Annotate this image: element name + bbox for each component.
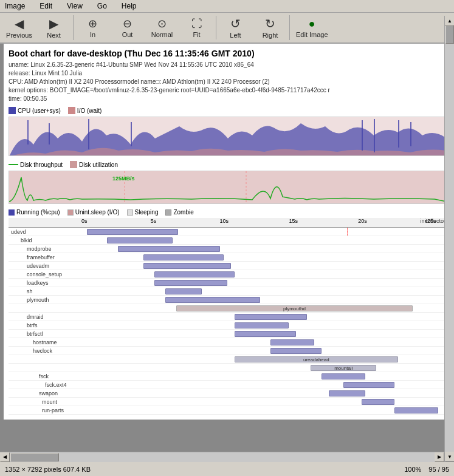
process-row: fsck.ext4 [9, 381, 445, 389]
ruler-spacer [9, 218, 81, 227]
process-name: sh [9, 288, 81, 294]
process-bar-area [81, 406, 445, 414]
proc-bar [235, 314, 308, 320]
svg-rect-4 [131, 122, 132, 146]
zoom-out-button[interactable]: ⊖ Out [111, 16, 144, 39]
process-bar-area [81, 321, 445, 329]
chart-title: Boot chart for dave-desktop (Thu Dec 16 … [9, 49, 445, 58]
process-name: fsck [9, 373, 81, 379]
process-row: fsck [9, 372, 445, 381]
boot-chart: Boot chart for dave-desktop (Thu Dec 16 … [4, 44, 450, 420]
disk-legend-label-0: Disk throughput [20, 162, 63, 168]
zoom-group: ⊕ In ⊖ Out ⊙ Normal ⛶ Fit [74, 16, 216, 39]
process-bar-area [81, 347, 445, 355]
svg-rect-2 [49, 123, 50, 144]
rotate-left-button[interactable]: ↺ Left [219, 15, 252, 40]
fit-button[interactable]: ⛶ Fit [180, 16, 213, 39]
next-button[interactable]: ▶ Next [37, 15, 71, 40]
process-name: plymouth [9, 297, 81, 303]
zoom-in-label: In [90, 31, 95, 38]
proc-bar [362, 399, 394, 405]
next-label: Next [47, 32, 61, 39]
process-row: plymouthd [9, 304, 445, 313]
svg-rect-8 [410, 122, 411, 146]
zoom-in-button[interactable]: ⊕ In [76, 16, 109, 39]
disk-legend-item-0: Disk throughput [9, 162, 63, 168]
plymouthd-bar: plymouthd [176, 305, 413, 311]
cpu-legend: CPU (user+sys) I/O (wait) [9, 107, 445, 114]
collector-label: collector [425, 218, 445, 224]
tick-0s: 0s [81, 218, 88, 224]
svg-rect-3 [88, 119, 89, 149]
process-row: hwclock [9, 347, 445, 355]
process-row: btrfs [9, 321, 445, 330]
menu-view[interactable]: View [64, 1, 85, 11]
scroll-down-btn[interactable]: ▼ [445, 452, 454, 461]
edit-image-icon: ● [309, 18, 315, 30]
process-legend-io: Unint.sleep (I/O) [67, 209, 120, 216]
svg-rect-7 [398, 120, 399, 148]
ureadahead-bar: ureadahead [235, 356, 399, 362]
rotate-right-button[interactable]: ↻ Right [253, 15, 287, 40]
process-row: framebuffer [9, 253, 445, 262]
meta-line-4: time: 00:50.35 [9, 95, 445, 103]
svg-text:125MB/s: 125MB/s [112, 175, 135, 182]
process-row: plymouth [9, 296, 445, 304]
menu-go[interactable]: Go [95, 1, 109, 11]
proc-bar [143, 254, 224, 260]
cpu-chart [9, 117, 445, 156]
process-bar-area [81, 330, 445, 338]
scroll-track[interactable] [445, 44, 454, 452]
edit-group: ● Edit Image [290, 16, 334, 39]
process-bar-area [81, 372, 445, 380]
process-bar-area [81, 287, 445, 295]
rotate-group: ↺ Left ↻ Right [216, 15, 290, 40]
process-bar-area [81, 279, 445, 287]
scroll-right-btn[interactable]: ▶ [435, 452, 444, 462]
zoom-out-label: Out [122, 31, 133, 38]
cpu-legend-label-1: I/O (wait) [77, 107, 102, 114]
sleep-box [127, 209, 133, 216]
page-number: 95 / 95 [428, 466, 449, 473]
disk-chart: 125MB/s [9, 171, 445, 204]
process-row: sh [9, 287, 445, 296]
process-bar-area [81, 296, 445, 304]
process-row: console_setup [9, 270, 445, 279]
scroll-left-btn[interactable]: ◀ [0, 452, 10, 462]
process-row: run-parts [9, 406, 445, 415]
fit-label: Fit [193, 31, 200, 38]
fit-icon: ⛶ [191, 18, 202, 30]
normal-label: Normal [151, 31, 173, 38]
proc-bar [107, 237, 173, 243]
h-scroll-thumb[interactable] [10, 453, 59, 461]
process-legend-zombie: Zombie [165, 209, 193, 216]
menu-help[interactable]: Help [119, 1, 139, 11]
h-scroll-track[interactable] [10, 452, 435, 462]
previous-button[interactable]: ◀ Previous [2, 15, 36, 40]
io-sleep-box [67, 209, 74, 216]
zoom-in-icon: ⊕ [88, 17, 97, 30]
zombie-box [165, 209, 171, 216]
scrollbar-horizontal[interactable]: ◀ ▶ [0, 452, 444, 461]
scrollbar-vertical[interactable]: ▲ ▼ [444, 44, 454, 461]
chart-meta: uname: Linux 2.6.35-23-generic #41-Ubunt… [9, 61, 445, 103]
process-row: btrfsctl [9, 330, 445, 338]
proc-bar [329, 390, 365, 396]
cpu-legend-label-0: CPU (user+sys) [18, 107, 61, 114]
svg-rect-5 [362, 120, 363, 151]
image-view[interactable]: Boot chart for dave-desktop (Thu Dec 16 … [0, 44, 454, 461]
proc-bar [165, 288, 202, 294]
edit-image-button[interactable]: ● Edit Image [292, 16, 332, 39]
menu-image[interactable]: Image [2, 1, 27, 11]
normal-button[interactable]: ⊙ Normal [145, 16, 179, 39]
proc-bar [270, 339, 314, 345]
proc-bar [322, 373, 365, 379]
process-bar-area: mountall [81, 364, 445, 372]
dashed-line [347, 228, 348, 236]
menu-edit[interactable]: Edit [37, 1, 55, 11]
rotate-right-label: Right [263, 32, 278, 39]
rotate-left-label: Left [230, 32, 241, 39]
process-name: run-parts [9, 407, 81, 413]
previous-icon: ◀ [15, 16, 24, 31]
tick-15s: 15s [289, 218, 298, 224]
